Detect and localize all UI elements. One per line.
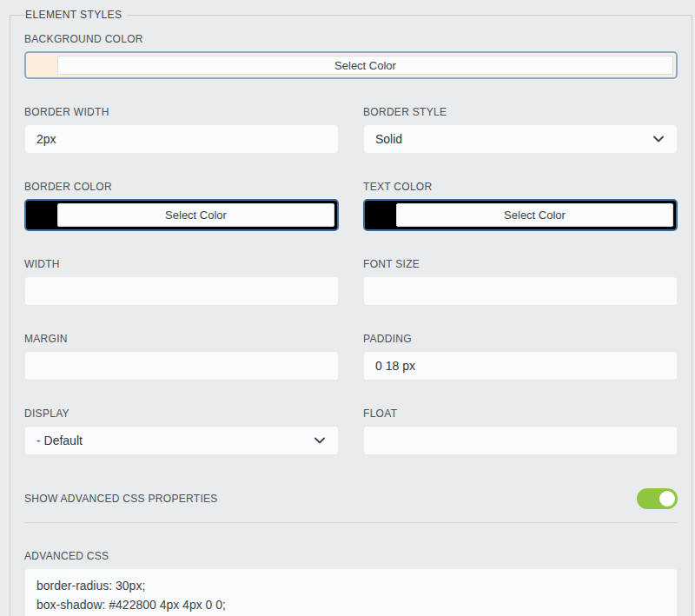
border-style-label: BORDER STYLE [363, 106, 678, 118]
border-width-input[interactable] [24, 124, 339, 154]
text-color-label: TEXT COLOR [363, 181, 678, 193]
display-select[interactable]: - Default [24, 426, 339, 455]
color-row: BORDER COLOR Select Color TEXT COLOR Sel… [24, 181, 678, 231]
layout-row: DISPLAY - Default FLOAT [24, 407, 678, 455]
border-color-label: BORDER COLOR [24, 181, 339, 193]
advanced-css-label: ADVANCED CSS [24, 550, 678, 562]
border-style-field: BORDER STYLE Solid [363, 106, 678, 154]
background-color-picker-button[interactable]: Select Color [24, 51, 678, 79]
float-input[interactable] [363, 426, 678, 455]
float-field: FLOAT [363, 407, 678, 455]
border-color-field: BORDER COLOR Select Color [24, 181, 339, 231]
border-width-field: BORDER WIDTH [24, 106, 339, 154]
advanced-css-field: ADVANCED CSS border-radius: 30px; box-sh… [24, 550, 678, 616]
advanced-css-textarea[interactable]: border-radius: 30px; box-shadow: #422800… [24, 568, 678, 616]
advanced-css-toggle[interactable] [637, 488, 678, 509]
border-style-value: Solid [375, 132, 402, 146]
background-color-label: BACKGROUND COLOR [24, 33, 678, 45]
divider [24, 522, 678, 523]
font-size-field: FONT SIZE [363, 258, 678, 306]
width-field: WIDTH [24, 258, 339, 306]
panel-legend: ELEMENT STYLES [24, 9, 127, 21]
padding-field: PADDING [363, 333, 678, 381]
font-size-input[interactable] [363, 276, 678, 306]
border-row: BORDER WIDTH BORDER STYLE Solid [24, 106, 678, 154]
text-color-picker-button[interactable]: Select Color [363, 199, 678, 231]
size-row: WIDTH FONT SIZE [24, 258, 678, 306]
margin-label: MARGIN [24, 333, 339, 345]
padding-label: PADDING [363, 333, 678, 345]
padding-input[interactable] [363, 351, 678, 381]
show-advanced-row: SHOW ADVANCED CSS PROPERTIES [24, 488, 678, 509]
float-label: FLOAT [363, 407, 678, 420]
select-color-button[interactable]: Select Color [396, 203, 673, 227]
display-value: - Default [36, 434, 83, 447]
chevron-down-icon [652, 132, 665, 146]
border-style-select[interactable]: Solid [363, 124, 678, 154]
font-size-label: FONT SIZE [363, 258, 678, 270]
width-label: WIDTH [24, 258, 339, 270]
chevron-down-icon [313, 434, 327, 447]
margin-input[interactable] [24, 351, 339, 381]
show-advanced-label: SHOW ADVANCED CSS PROPERTIES [24, 493, 218, 505]
background-color-field: BACKGROUND COLOR Select Color [24, 33, 678, 79]
display-field: DISPLAY - Default [24, 407, 339, 455]
spacing-row: MARGIN PADDING [24, 333, 678, 381]
border-color-picker-button[interactable]: Select Color [24, 199, 339, 231]
text-color-field: TEXT COLOR Select Color [363, 181, 678, 231]
width-input[interactable] [24, 276, 339, 306]
select-color-button[interactable]: Select Color [57, 56, 673, 75]
element-styles-panel: ELEMENT STYLES BACKGROUND COLOR Select C… [10, 9, 692, 616]
display-label: DISPLAY [24, 407, 339, 420]
border-width-label: BORDER WIDTH [24, 106, 339, 118]
margin-field: MARGIN [24, 333, 339, 381]
toggle-knob [659, 491, 675, 507]
select-color-button[interactable]: Select Color [57, 203, 334, 227]
